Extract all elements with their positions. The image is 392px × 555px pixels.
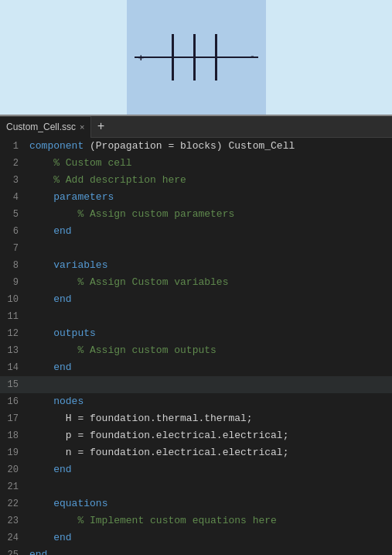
line-code[interactable]: % Implement custom equations here [28,512,392,529]
code-line: 2 % Custom cell [0,155,392,172]
code-line: 15 [0,376,392,393]
line-code[interactable]: end [28,223,392,240]
line-number: 17 [0,410,28,427]
line-number: 24 [0,529,28,546]
line-number: 20 [0,461,28,478]
line-number: 15 [0,376,28,393]
code-content[interactable]: 1component (Propagation = blocks) Custom… [0,138,392,555]
cap-bar-3 [215,34,217,81]
line-code[interactable]: parameters [28,189,392,206]
line-code[interactable]: H = foundation.thermal.thermal; [28,410,392,427]
line-number: 18 [0,427,28,444]
line-number: 23 [0,512,28,529]
code-line: 23 % Implement custom equations here [0,512,392,529]
line-code[interactable]: end [28,291,392,308]
code-line: 18 p = foundation.electrical.electrical; [0,427,392,444]
line-code[interactable]: % Assign Custom variables [28,274,392,291]
line-code[interactable]: nodes [28,393,392,410]
code-line: 5 % Assign custom parameters [0,206,392,223]
line-code[interactable]: end [28,529,392,546]
line-number: 2 [0,155,28,172]
tab-custom-cell[interactable]: Custom_Cell.ssc × [0,116,91,138]
line-code[interactable] [28,240,392,257]
code-line: 14 end [0,359,392,376]
line-code[interactable]: % Add description here [28,172,392,189]
line-number: 4 [0,189,28,206]
line-number: 16 [0,393,28,410]
line-code[interactable]: n = foundation.electrical.electrical; [28,444,392,461]
minus-sign: - [251,50,254,62]
code-line: 22 equations [0,495,392,512]
code-line: 17 H = foundation.thermal.thermal; [0,410,392,427]
line-number: 8 [0,257,28,274]
code-line: 1component (Propagation = blocks) Custom… [0,138,392,155]
code-editor-container: Custom_Cell.ssc × + 1component (Propagat… [0,116,392,555]
code-line: 12 outputs [0,325,392,342]
line-number: 13 [0,342,28,359]
component-diagram: + - [0,0,392,116]
code-line: 7 [0,240,392,257]
diagram-canvas: + - [127,0,266,115]
tab-label: Custom_Cell.ssc [6,122,76,132]
line-code[interactable] [28,376,392,393]
line-code[interactable] [28,478,392,495]
line-number: 9 [0,274,28,291]
line-number: 22 [0,495,28,512]
line-code[interactable]: p = foundation.electrical.electrical; [28,427,392,444]
line-number: 14 [0,359,28,376]
line-code[interactable]: end [28,546,392,555]
line-number: 21 [0,478,28,495]
line-number: 12 [0,325,28,342]
add-tab-button[interactable]: + [91,116,110,138]
line-code[interactable]: variables [28,257,392,274]
line-code[interactable] [28,308,392,325]
plus-sign: + [138,52,145,63]
cap-bar-2 [193,34,196,81]
line-number: 19 [0,444,28,461]
code-line: 20 end [0,461,392,478]
line-number: 11 [0,308,28,325]
line-code[interactable]: equations [28,495,392,512]
code-line: 11 [0,308,392,325]
code-line: 9 % Assign Custom variables [0,274,392,291]
code-line: 16 nodes [0,393,392,410]
code-line: 24 end [0,529,392,546]
code-line: 13 % Assign custom outputs [0,342,392,359]
line-number: 7 [0,240,28,257]
line-number: 1 [0,138,28,155]
diagram-symbol: + - [135,19,258,96]
horizontal-line [135,57,258,58]
cap-bar-1 [172,34,174,81]
code-line: 10 end [0,291,392,308]
tab-bar: Custom_Cell.ssc × + [0,116,392,138]
line-code[interactable]: % Assign custom outputs [28,342,392,359]
line-number: 6 [0,223,28,240]
line-number: 3 [0,172,28,189]
line-code[interactable]: end [28,461,392,478]
line-number: 5 [0,206,28,223]
line-number: 25 [0,546,28,555]
code-line: 21 [0,478,392,495]
line-code[interactable]: % Assign custom parameters [28,206,392,223]
code-line: 25end [0,546,392,555]
code-line: 6 end [0,223,392,240]
line-code[interactable]: component (Propagation = blocks) Custom_… [28,138,392,155]
line-number: 10 [0,291,28,308]
tab-close-button[interactable]: × [80,122,84,132]
line-code[interactable]: end [28,359,392,376]
line-code[interactable]: % Custom cell [28,155,392,172]
code-line: 8 variables [0,257,392,274]
line-code[interactable]: outputs [28,325,392,342]
code-line: 19 n = foundation.electrical.electrical; [0,444,392,461]
code-line: 3 % Add description here [0,172,392,189]
code-line: 4 parameters [0,189,392,206]
